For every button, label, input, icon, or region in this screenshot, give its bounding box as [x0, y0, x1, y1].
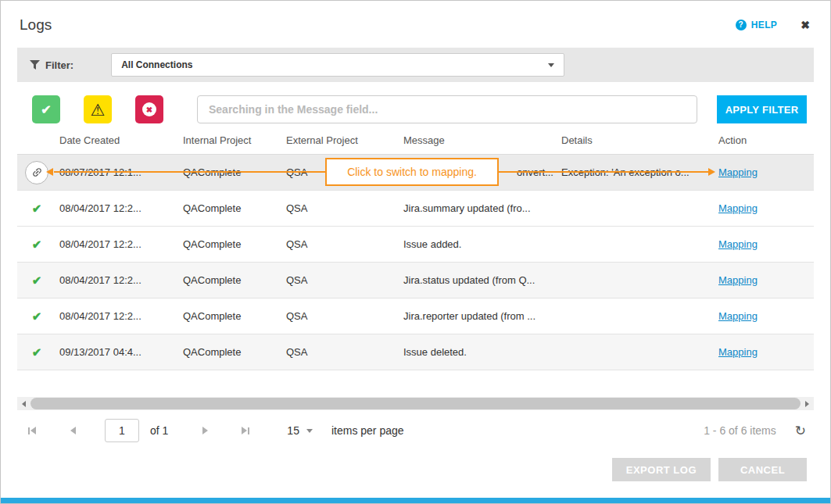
page-number-input[interactable] [105, 419, 139, 442]
table-row: ✔ 08/04/2017 12:2... QAComplete QSA Issu… [17, 227, 814, 263]
success-check-icon: ✔ [32, 345, 42, 359]
annotation-arrowhead-left [46, 168, 53, 176]
error-icon: ✖ [142, 102, 156, 116]
column-external-project[interactable]: External Project [283, 134, 400, 154]
status-cell: ✔ [17, 238, 56, 252]
column-details[interactable]: Details [558, 134, 712, 154]
help-button[interactable]: ? HELP [736, 20, 778, 30]
horizontal-scrollbar[interactable] [17, 397, 814, 410]
pagination-bar: of 1 15 items per page 1 - 6 of 6 items … [17, 413, 814, 448]
external-project-cell: QSA [283, 202, 400, 214]
items-per-page-label: items per page [331, 424, 404, 437]
cancel-button[interactable]: CANCEL [718, 458, 807, 481]
chevron-down-icon [548, 63, 554, 67]
page-title: Logs [20, 16, 52, 34]
next-page-icon [202, 427, 208, 434]
export-log-button[interactable]: EXPORT LOG [612, 458, 711, 481]
annotation-line-right [496, 171, 708, 173]
mapping-link[interactable]: Mapping [718, 274, 758, 286]
logs-table: Date Created Internal Project External P… [17, 134, 814, 370]
mapping-link-icon[interactable] [25, 161, 48, 184]
mapping-link[interactable]: Mapping [718, 238, 758, 250]
message-cell: Jira.reporter updated (from ... [400, 310, 558, 322]
mapping-link[interactable]: Mapping [718, 310, 758, 322]
next-page-button[interactable] [196, 422, 213, 439]
error-filter-button[interactable]: ✖ [135, 95, 163, 123]
success-check-icon: ✔ [32, 238, 42, 252]
internal-project-cell: QAComplete [180, 238, 283, 250]
message-cell: Issue added. [400, 238, 558, 250]
filter-funnel-icon [30, 60, 40, 70]
dialog-footer: EXPORT LOG CANCEL [1, 458, 830, 481]
items-range-label: 1 - 6 of 6 items [704, 424, 776, 437]
date-created-cell: 08/04/2017 12:2... [56, 238, 180, 250]
scrollbar-thumb[interactable] [30, 398, 801, 409]
status-cell: ✔ [17, 309, 56, 323]
action-cell: Mapping [712, 274, 814, 286]
chevron-down-icon [306, 429, 313, 433]
external-project-cell: QSA [283, 274, 400, 286]
column-date-created[interactable]: Date Created [56, 134, 180, 154]
apply-filter-button[interactable]: APPLY FILTER [717, 95, 807, 123]
page-size-dropdown[interactable]: 15 [287, 424, 313, 437]
dialog-accent-bar [1, 498, 830, 503]
previous-page-icon [70, 427, 76, 434]
help-icon: ? [736, 20, 747, 30]
message-cell: Jira.summary updated (fro... [400, 202, 558, 214]
help-label: HELP [751, 20, 778, 30]
table-header-row: Date Created Internal Project External P… [17, 134, 814, 154]
message-search-input[interactable] [197, 95, 697, 123]
status-cell: ✔ [17, 273, 56, 288]
action-cell: Mapping [712, 202, 814, 214]
action-cell: Mapping [712, 310, 814, 322]
scroll-right-icon[interactable] [801, 397, 814, 410]
log-toolbar: ✔ ⚠ ✖ APPLY FILTER [32, 95, 807, 123]
table-row: ✔ 08/04/2017 12:2... QAComplete QSA Jira… [17, 298, 814, 334]
success-check-icon: ✔ [32, 309, 42, 323]
success-check-icon: ✔ [32, 273, 42, 288]
column-action[interactable]: Action [712, 134, 814, 154]
check-icon: ✔ [41, 102, 51, 117]
close-icon[interactable]: ✖ [801, 19, 810, 31]
action-cell: Mapping [712, 346, 814, 358]
refresh-icon[interactable]: ↻ [795, 423, 806, 439]
date-created-cell: 09/13/2017 04:4... [56, 346, 180, 358]
annotation-arrowhead-right [708, 168, 715, 176]
status-cell: ✔ [17, 345, 56, 359]
external-project-cell: QSA [283, 238, 400, 250]
scroll-left-icon[interactable] [17, 397, 30, 410]
mapping-link[interactable]: Mapping [718, 166, 758, 178]
last-page-button[interactable] [237, 422, 254, 439]
connections-dropdown[interactable]: All Connections [111, 53, 564, 77]
first-page-button[interactable] [23, 422, 41, 439]
internal-project-cell: QAComplete [180, 202, 283, 214]
first-page-icon [30, 427, 36, 434]
internal-project-cell: QAComplete [180, 346, 283, 358]
success-check-icon: ✔ [32, 202, 42, 216]
external-project-cell: QSA [283, 310, 400, 322]
message-cell: Issue deleted. [400, 346, 558, 358]
external-project-cell: QSA [283, 346, 400, 358]
mapping-link[interactable]: Mapping [718, 202, 758, 214]
dialog-header: Logs ? HELP ✖ [1, 1, 830, 48]
column-status [17, 134, 56, 154]
table-row: ✔ 09/13/2017 04:4... QAComplete QSA Issu… [17, 334, 814, 370]
table-row: 08/07/2017 12:1... QAComplete QSA onvert… [17, 155, 814, 191]
column-internal-project[interactable]: Internal Project [180, 134, 283, 154]
date-created-cell: 08/04/2017 12:2... [56, 274, 180, 286]
status-cell: ✔ [17, 202, 56, 216]
logs-dialog: Logs ? HELP ✖ Filter: All Connections ✔ … [0, 0, 831, 504]
warning-filter-button[interactable]: ⚠ [84, 95, 112, 123]
table-body: 08/07/2017 12:1... QAComplete QSA onvert… [17, 154, 814, 370]
page-size-value: 15 [287, 424, 299, 437]
internal-project-cell: QAComplete [180, 274, 283, 286]
success-filter-button[interactable]: ✔ [32, 95, 60, 123]
previous-page-button[interactable] [64, 422, 81, 439]
message-cell: Jira.status updated (from Q... [400, 274, 558, 286]
date-created-cell: 08/04/2017 12:2... [56, 202, 180, 214]
action-cell: Mapping [712, 238, 814, 250]
column-message[interactable]: Message [400, 134, 558, 154]
mapping-link[interactable]: Mapping [718, 346, 758, 358]
warning-icon: ⚠ [91, 102, 106, 118]
header-actions: ? HELP ✖ [736, 19, 810, 31]
